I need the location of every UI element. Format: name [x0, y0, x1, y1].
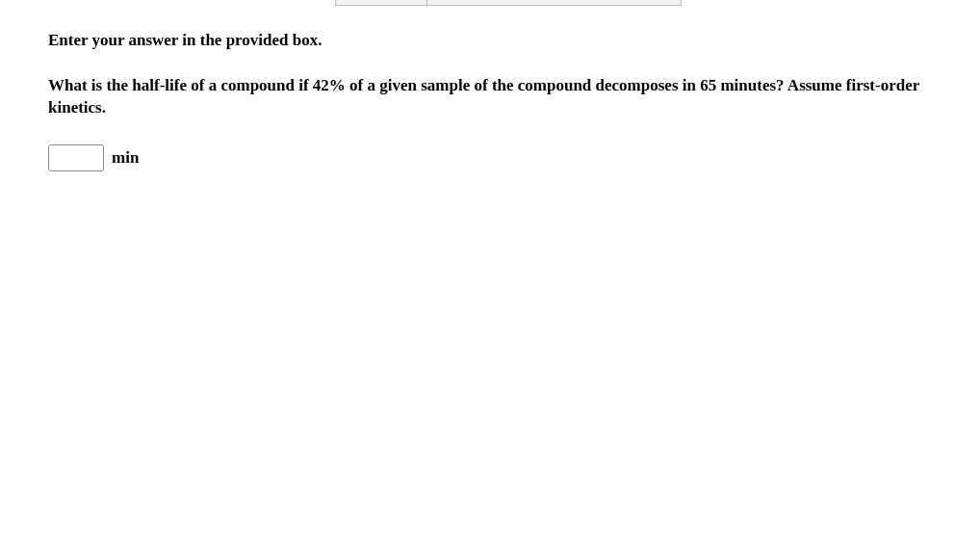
unit-label: min	[112, 148, 139, 168]
question-text: What is the half-life of a compound if 4…	[48, 75, 932, 119]
answer-row: min	[48, 144, 932, 171]
instruction-text: Enter your answer in the provided box.	[48, 31, 932, 50]
answer-input[interactable]	[48, 144, 104, 171]
top-bar-divider	[426, 0, 427, 6]
question-content: Enter your answer in the provided box. W…	[0, 0, 980, 171]
top-bar-fragment	[335, 0, 682, 6]
